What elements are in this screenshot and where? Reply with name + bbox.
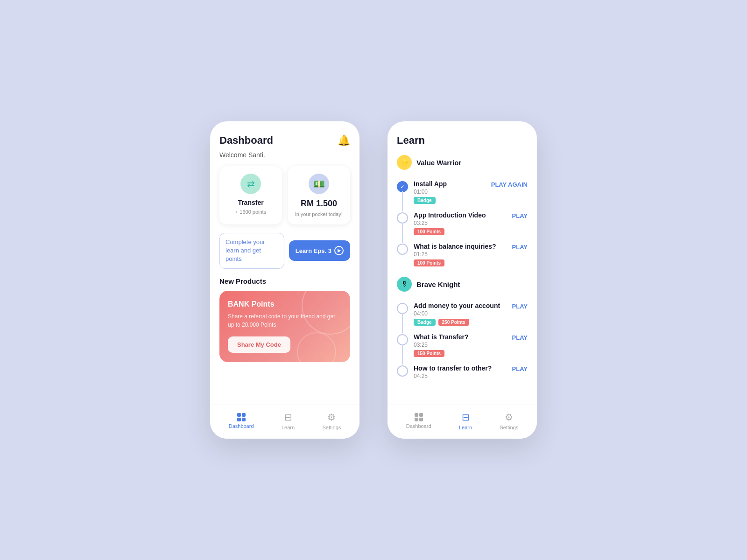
nav-learn[interactable]: ⊟ Learn [282,412,295,430]
learn-nav-label: Learn [282,425,295,430]
play-circle-icon: ▶ [334,246,344,255]
dashboard-phone: Dashboard 🔔 Welcome Santi. ⇄ Transfer + … [210,121,359,439]
learn-eps-button[interactable]: Learn Eps. 3 ▶ [289,240,350,261]
dashboard-bottom-nav: Dashboard ⊟ Learn ⚙ Settings [210,405,359,439]
phones-container: Dashboard 🔔 Welcome Santi. ⇄ Transfer + … [210,93,537,467]
add-money-badges: Badge 250 Points [414,319,507,326]
install-app-badge: Badge [414,197,436,204]
learn-content: Learn ⭐ Value Warrior ✓ Install App 01:0… [388,121,537,405]
value-warrior-header: ⭐ Value Warrior [397,155,528,170]
balance-badge: 100 Points [414,259,444,266]
balance-icon: 💵 [309,174,329,194]
add-money-time: 04:00 [414,310,507,317]
balance-circle [397,244,408,255]
value-warrior-label: Value Warrior [416,159,461,167]
new-products-label: New Products [219,277,350,285]
balance-sub: in your pocket today! [295,211,343,217]
transfer-play[interactable]: PLAY [512,333,528,341]
transfer-info: What is Transfer? 03:25 150 Points [414,333,507,357]
brave-knight-header: 🎖 Brave Knight [397,277,528,292]
learn-item-how-transfer: How to transfer to other? 04:25 PLAY [397,361,528,385]
cards-row: ⇄ Transfer + 1600 points 💵 RM 1.500 in y… [219,166,350,224]
learn-phone: Learn ⭐ Value Warrior ✓ Install App 01:0… [388,121,537,439]
learn-nav-learn[interactable]: ⊟ Learn [459,412,472,430]
add-money-circle [397,303,408,314]
learn-item-install-app: ✓ Install App 01:00 Badge PLAY AGAIN [397,176,528,208]
learn-nav-settings[interactable]: ⚙ Settings [500,412,519,430]
learn-settings-icon: ⚙ [505,412,513,423]
app-intro-play[interactable]: PLAY [512,211,528,219]
app-intro-title: App Introduction Video [414,211,507,219]
app-intro-time: 03:25 [414,220,507,226]
learn-bottom-nav: Dashboard ⊟ Learn ⚙ Settings [388,405,537,439]
add-money-badge-2: 250 Points [438,319,469,326]
how-transfer-play[interactable]: PLAY [512,364,528,372]
learn-item-add-money: Add money to your account 04:00 Badge 25… [397,298,528,329]
dashboard-header: Dashboard 🔔 [219,134,350,147]
how-transfer-circle [397,365,408,377]
dashboard-nav-icon [237,413,246,421]
balance-title: What is balance inquiries? [414,243,507,250]
install-app-badges: Badge [414,197,486,204]
app-intro-circle [397,212,408,224]
bank-card-desc: Share a referral code to your friend and… [228,312,342,329]
app-intro-badges: 100 Points [414,228,507,235]
learn-dashboard-icon [415,413,423,421]
balance-time: 01:25 [414,251,507,258]
how-transfer-info: How to transfer to other? 04:25 [414,364,507,381]
transfer-title: What is Transfer? [414,333,507,341]
transfer-badge: 150 Points [414,350,444,357]
how-transfer-time: 04:25 [414,373,507,379]
learn-item-app-intro: App Introduction Video 03:25 100 Points … [397,208,528,239]
how-transfer-title: How to transfer to other? [414,364,507,372]
install-app-info: Install App 01:00 Badge [414,180,486,204]
balance-amount: RM 1.500 [301,199,337,209]
transfer-circle [397,334,408,345]
learn-settings-label: Settings [500,425,519,430]
welcome-text: Welcome Santi. [219,151,350,159]
notification-icon[interactable]: 🔔 [338,134,350,147]
learn-nav-dashboard[interactable]: Dashboard [406,413,431,429]
value-warrior-section: ⭐ Value Warrior ✓ Install App 01:00 Badg… [397,155,528,270]
learn-row: Complete your learn and get points Learn… [219,233,350,269]
settings-nav-icon: ⚙ [327,412,336,423]
nav-dashboard[interactable]: Dashboard [229,413,254,429]
transfer-card[interactable]: ⇄ Transfer + 1600 points [219,166,282,224]
add-money-info: Add money to your account 04:00 Badge 25… [414,302,507,326]
brave-knight-label: Brave Knight [416,280,460,288]
brave-knight-section: 🎖 Brave Knight Add money to your account… [397,277,528,385]
add-money-title: Add money to your account [414,302,507,309]
add-money-play[interactable]: PLAY [512,302,528,310]
install-app-time: 01:00 [414,189,486,195]
brave-knight-icon: 🎖 [397,277,412,292]
learn-dashboard-label: Dashboard [406,423,431,429]
learn-nav-icon: ⊟ [284,412,292,423]
add-money-badge-1: Badge [414,319,436,326]
settings-nav-label: Settings [323,425,341,430]
nav-settings[interactable]: ⚙ Settings [323,412,341,430]
bank-card: BANK Points Share a referral code to you… [219,291,350,362]
learn-item-transfer: What is Transfer? 03:25 150 Points PLAY [397,329,528,361]
learn-item-balance: What is balance inquiries? 01:25 100 Poi… [397,239,528,270]
balance-info: What is balance inquiries? 01:25 100 Poi… [414,243,507,266]
app-intro-badge: 100 Points [414,228,444,235]
install-app-circle: ✓ [397,181,408,192]
transfer-badges: 150 Points [414,350,507,357]
balance-badges: 100 Points [414,259,507,266]
dashboard-content: Dashboard 🔔 Welcome Santi. ⇄ Transfer + … [210,121,359,405]
transfer-icon: ⇄ [240,174,261,194]
dashboard-title: Dashboard [219,134,273,147]
learn-title: Learn [397,134,528,147]
balance-play[interactable]: PLAY [512,243,528,251]
install-app-play[interactable]: PLAY AGAIN [491,180,528,188]
transfer-time: 03:25 [414,342,507,348]
transfer-points: + 1600 points [235,209,266,215]
bank-card-title: BANK Points [228,300,342,308]
balance-card[interactable]: 💵 RM 1.500 in your pocket today! [288,166,350,224]
learn-learn-icon: ⊟ [462,412,470,423]
learn-learn-label: Learn [459,425,472,430]
learn-btn-label: Learn Eps. 3 [296,247,331,254]
transfer-label: Transfer [238,199,263,206]
dashboard-nav-label: Dashboard [229,423,254,429]
share-my-code-button[interactable]: Share My Code [228,336,290,353]
